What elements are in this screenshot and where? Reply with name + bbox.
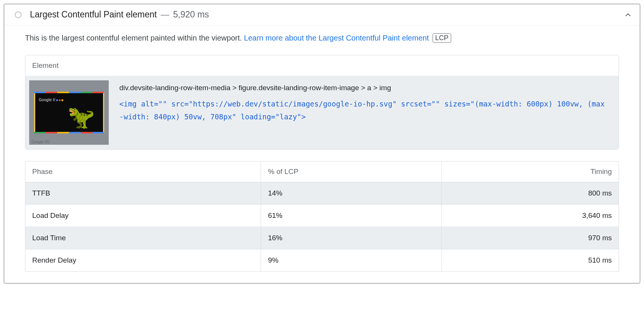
- phase-pct: 9%: [261, 249, 442, 272]
- audit-title: Largest Contentful Paint element: [30, 9, 157, 20]
- audit-description: This is the largest contentful element p…: [25, 32, 619, 44]
- dino-icon: 🦖: [67, 106, 95, 128]
- element-thumbnail: Google I/ 🦖 Google I/O: [29, 80, 109, 145]
- audit-header[interactable]: Largest Contentful Paint element — 5,920…: [4, 4, 640, 25]
- table-row: Load Delay 61% 3,640 ms: [25, 205, 619, 227]
- thumbnail-image: Google I/ 🦖: [34, 92, 104, 133]
- element-row: Google I/ 🦖 Google I/O div.devsite-landi…: [25, 76, 619, 149]
- thumbnail-caption: Google I/O: [31, 140, 50, 144]
- description-text: This is the largest contentful element p…: [25, 34, 244, 42]
- col-timing: Timing: [442, 161, 619, 182]
- table-row: Load Time 16% 970 ms: [25, 227, 619, 249]
- phase-pct: 61%: [261, 205, 442, 227]
- phase-pct: 16%: [261, 227, 442, 249]
- element-snippet: <img alt="" src="https://web.dev/static/…: [119, 97, 608, 123]
- element-selector: div.devsite-landing-row-item-media > fig…: [119, 83, 608, 94]
- table-row: Render Delay 9% 510 ms: [25, 249, 619, 272]
- learn-more-link[interactable]: Learn more about the Largest Contentful …: [244, 34, 429, 42]
- audit-panel: Largest Contentful Paint element — 5,920…: [4, 4, 640, 283]
- phase-timing: 510 ms: [442, 249, 619, 272]
- col-phase: Phase: [25, 161, 261, 182]
- chevron-up-icon[interactable]: [624, 11, 632, 19]
- col-pct: % of LCP: [261, 161, 442, 182]
- phase-timing: 970 ms: [442, 227, 619, 249]
- separator: —: [161, 9, 169, 20]
- phase-name: TTFB: [25, 182, 261, 205]
- phase-name: Render Delay: [25, 249, 261, 272]
- audit-body: This is the largest contentful element p…: [4, 25, 640, 283]
- phase-pct: 14%: [261, 182, 442, 205]
- lcp-badge: LCP: [433, 33, 451, 43]
- phase-name: Load Time: [25, 227, 261, 249]
- phase-timing: 3,640 ms: [442, 205, 619, 227]
- table-row: TTFB 14% 800 ms: [25, 182, 619, 205]
- status-neutral-icon: [15, 11, 22, 18]
- table-header-row: Phase % of LCP Timing: [25, 161, 619, 182]
- element-card: Element Google I/ 🦖 Google I/O div.devsi…: [25, 55, 619, 150]
- element-section-label: Element: [25, 55, 619, 76]
- audit-timing: 5,920 ms: [173, 9, 209, 20]
- phase-timing: 800 ms: [442, 182, 619, 205]
- phase-name: Load Delay: [25, 205, 261, 227]
- phases-table: Phase % of LCP Timing TTFB 14% 800 ms Lo…: [25, 161, 619, 272]
